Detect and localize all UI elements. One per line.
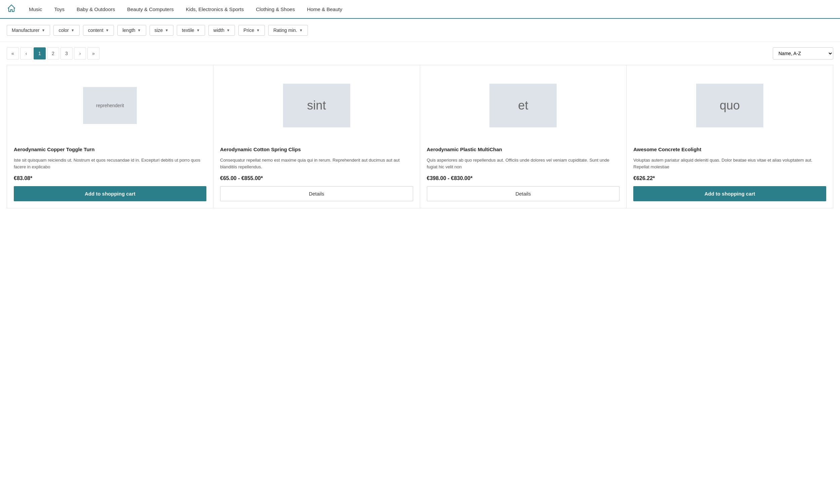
nav-item-home-beauty[interactable]: Home & Beauty	[301, 0, 348, 18]
chevron-down-icon: ▼	[106, 28, 109, 32]
filter-size[interactable]: size▼	[149, 25, 174, 36]
nav-item-beauty-computers[interactable]: Beauty & Computers	[121, 0, 179, 18]
product-image-area: quo	[633, 72, 826, 139]
chevron-down-icon: ▼	[41, 28, 45, 32]
page-first[interactable]: «	[7, 47, 19, 59]
filter-label-rating-min: Rating min.	[273, 28, 297, 33]
page-2[interactable]: 2	[47, 47, 59, 59]
product-price: €626.22*	[633, 175, 826, 181]
product-description: Consequatur repellat nemo est maxime qui…	[220, 157, 413, 170]
filter-textile[interactable]: textile▼	[177, 25, 205, 36]
nav-menu: MusicToysBaby & OutdoorsBeauty & Compute…	[23, 0, 348, 18]
product-name: Aerodynamic Copper Toggle Turn	[14, 146, 207, 153]
nav-item-toys[interactable]: Toys	[48, 0, 71, 18]
product-image: sint	[283, 84, 350, 127]
product-name: Aerodynamic Cotton Spring Clips	[220, 146, 413, 153]
page-next[interactable]: ›	[74, 47, 86, 59]
filter-label-size: size	[155, 28, 163, 33]
product-image-area: sint	[220, 72, 413, 139]
filters-bar: Manufacturer▼color▼content▼length▼size▼t…	[0, 19, 840, 42]
chevron-down-icon: ▼	[71, 28, 75, 32]
product-price: €83.08*	[14, 175, 207, 181]
product-description: Iste sit quisquam reiciendis ut. Nostrum…	[14, 157, 207, 170]
filter-rating-min[interactable]: Rating min.▼	[268, 25, 308, 36]
product-name: Aerodynamic Plastic MultiChan	[427, 146, 620, 153]
page-3[interactable]: 3	[60, 47, 73, 59]
product-image: reprehenderit	[83, 87, 137, 124]
filter-label-content: content	[88, 28, 104, 33]
chevron-down-icon: ▼	[299, 28, 303, 32]
product-price: €65.00 - €855.00*	[220, 175, 413, 181]
filter-price[interactable]: Price▼	[238, 25, 265, 36]
product-price: €398.00 - €830.00*	[427, 175, 620, 181]
sort-select[interactable]: Name, A-ZName, Z-APrice, low to highPric…	[773, 47, 833, 59]
product-image-area: et	[427, 72, 620, 139]
product-card-prod-1: reprehenderit Aerodynamic Copper Toggle …	[7, 65, 213, 208]
filter-label-length: length	[122, 28, 135, 33]
product-description: Quis asperiores ab quo repellendus aut. …	[427, 157, 620, 170]
chevron-down-icon: ▼	[165, 28, 168, 32]
product-description: Voluptas autem pariatur aliquid deleniti…	[633, 157, 826, 170]
product-image-area: reprehenderit	[14, 72, 207, 139]
details-button[interactable]: Details	[427, 186, 620, 201]
product-card-prod-4: quo Awesome Concrete Ecolight Voluptas a…	[627, 65, 833, 208]
product-card-prod-3: et Aerodynamic Plastic MultiChan Quis as…	[420, 65, 627, 208]
filter-label-price: Price	[243, 28, 254, 33]
add-to-cart-button[interactable]: Add to shopping cart	[633, 186, 826, 201]
page-prev[interactable]: ‹	[20, 47, 32, 59]
filter-length[interactable]: length▼	[117, 25, 146, 36]
filter-label-width: width	[213, 28, 225, 33]
filter-content[interactable]: content▼	[83, 25, 114, 36]
chevron-down-icon: ▼	[226, 28, 230, 32]
nav-item-baby-outdoors[interactable]: Baby & Outdoors	[71, 0, 121, 18]
page-1[interactable]: 1	[34, 47, 46, 59]
chevron-down-icon: ▼	[138, 28, 141, 32]
details-button[interactable]: Details	[220, 186, 413, 201]
product-card-prod-2: sint Aerodynamic Cotton Spring Clips Con…	[213, 65, 420, 208]
nav-item-kids-electronics-sports[interactable]: Kids, Electronics & Sports	[180, 0, 250, 18]
toolbar: «‹123›» Name, A-ZName, Z-APrice, low to …	[0, 42, 840, 65]
filter-width[interactable]: width▼	[209, 25, 235, 36]
filter-label-textile: textile	[182, 28, 194, 33]
product-grid: reprehenderit Aerodynamic Copper Toggle …	[0, 65, 840, 218]
pagination: «‹123›»	[7, 47, 100, 59]
product-image: et	[489, 84, 557, 127]
product-name: Awesome Concrete Ecolight	[633, 146, 826, 153]
page-last[interactable]: »	[87, 47, 100, 59]
add-to-cart-button[interactable]: Add to shopping cart	[14, 186, 207, 201]
nav-item-clothing-shoes[interactable]: Clothing & Shoes	[250, 0, 301, 18]
filter-label-manufacturer: Manufacturer	[12, 28, 39, 33]
nav-bar: MusicToysBaby & OutdoorsBeauty & Compute…	[0, 0, 840, 19]
filter-label-color: color	[58, 28, 69, 33]
chevron-down-icon: ▼	[256, 28, 260, 32]
chevron-down-icon: ▼	[196, 28, 200, 32]
filter-manufacturer[interactable]: Manufacturer▼	[7, 25, 50, 36]
product-image: quo	[696, 84, 763, 127]
home-icon[interactable]	[7, 4, 17, 15]
nav-item-music[interactable]: Music	[23, 0, 48, 18]
filter-color[interactable]: color▼	[53, 25, 79, 36]
